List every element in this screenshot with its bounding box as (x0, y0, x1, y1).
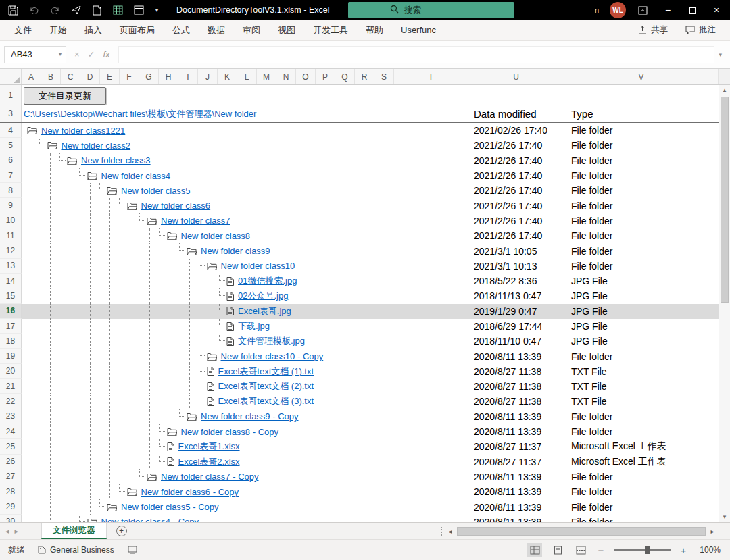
row-header[interactable]: 8 (0, 183, 22, 198)
save-button[interactable] (7, 3, 19, 18)
normal-view-button[interactable] (527, 543, 542, 557)
column-header-R[interactable]: R (355, 69, 374, 84)
tree-link[interactable]: Excel表哥1.xlsx (178, 440, 240, 453)
ribbon-tab-插入[interactable]: 插入 (76, 20, 111, 40)
scroll-up-icon[interactable]: ▴ (719, 85, 730, 95)
sheet-nav-left-icon[interactable]: ◂ (0, 527, 15, 536)
row-header[interactable]: 20 (0, 364, 22, 379)
zoom-slider[interactable] (614, 549, 671, 551)
tree-link[interactable]: New folder class6 (141, 201, 211, 211)
touch-mode-icon[interactable] (70, 3, 82, 18)
row-header[interactable]: 5 (0, 138, 22, 153)
row-header[interactable]: 7 (0, 168, 22, 183)
switch-windows-icon[interactable] (132, 3, 145, 18)
sheet-tab-active[interactable]: 文件浏览器 (41, 523, 107, 539)
row-header[interactable]: 17 (0, 319, 22, 334)
redo-button[interactable] (49, 3, 61, 18)
avatar[interactable]: WL (610, 2, 626, 18)
tree-link[interactable]: New folder class4 (101, 171, 171, 181)
name-box-dropdown-icon[interactable]: ▾ (59, 51, 62, 57)
tree-link[interactable]: New folder class10 (221, 261, 295, 271)
column-header-M[interactable]: M (257, 69, 276, 84)
column-header-B[interactable]: B (41, 69, 61, 84)
close-button[interactable]: × (704, 0, 729, 20)
column-header-E[interactable]: E (100, 69, 120, 84)
minimize-button[interactable]: − (656, 0, 680, 20)
column-header-Q[interactable]: Q (335, 69, 355, 84)
tree-link[interactable]: New folder class5 - Copy (121, 502, 219, 512)
ribbon-tab-开始[interactable]: 开始 (41, 20, 76, 40)
row-header[interactable]: 1 (0, 85, 22, 105)
tree-link[interactable]: New folder class7 (161, 215, 230, 226)
horizontal-scroll-thumb[interactable] (457, 527, 706, 536)
page-break-view-button[interactable] (573, 543, 588, 557)
undo-button[interactable] (28, 3, 40, 18)
tree-link[interactable]: 02公众号.jpg (238, 290, 288, 302)
zoom-slider-thumb[interactable] (645, 546, 650, 554)
row-header[interactable]: 26 (0, 455, 22, 469)
sensitivity-label[interactable]: General Business (38, 545, 114, 555)
tree-link[interactable]: New folder class4 - Copy (101, 517, 199, 522)
column-header-U[interactable]: U (468, 69, 564, 84)
search-box[interactable]: 搜索 (348, 2, 514, 18)
qat-customize-dropdown[interactable]: ▾ (153, 3, 160, 18)
column-header-A[interactable]: A (22, 69, 41, 84)
share-button[interactable]: 共享 (632, 22, 674, 39)
tree-link[interactable]: New folder class7 - Copy (161, 472, 259, 482)
tree-link[interactable]: New folder class3 (81, 155, 151, 166)
column-header-O[interactable]: O (296, 69, 316, 84)
hscroll-left-icon[interactable]: ◂ (445, 528, 456, 535)
ribbon-tab-帮助[interactable]: 帮助 (357, 20, 392, 40)
ribbon-tab-页面布局[interactable]: 页面布局 (111, 20, 164, 40)
grid-view-icon[interactable] (112, 3, 124, 18)
vertical-scroll-thumb[interactable] (721, 97, 729, 303)
update-directory-button[interactable]: 文件目录更新 (24, 87, 106, 105)
ribbon-tab-数据[interactable]: 数据 (199, 20, 234, 40)
row-header[interactable]: 30 (0, 515, 22, 522)
row-header[interactable]: 27 (0, 469, 22, 484)
row-header[interactable]: 6 (0, 153, 22, 168)
row-header[interactable]: 19 (0, 349, 22, 363)
horizontal-scrollbar[interactable]: ◂ ▸ (441, 525, 718, 537)
column-header-H[interactable]: H (159, 69, 178, 84)
comments-button[interactable]: 批注 (679, 22, 722, 39)
tree-link[interactable]: New folder class1221 (41, 126, 125, 136)
column-header-N[interactable]: N (276, 69, 296, 84)
column-header-V[interactable]: V (564, 69, 719, 84)
tree-link[interactable]: New folder class5 (121, 186, 191, 196)
tree-link[interactable]: Excel表哥text文档 (2).txt (218, 380, 314, 392)
row-header[interactable]: 23 (0, 409, 22, 424)
tree-link[interactable]: New folder class6 - Copy (141, 487, 239, 497)
maximize-button[interactable] (680, 0, 704, 20)
select-all-corner[interactable] (0, 69, 22, 84)
column-header-J[interactable]: J (198, 69, 218, 84)
hscroll-right-icon[interactable]: ▸ (707, 528, 718, 535)
row-header[interactable]: 16 (0, 304, 22, 319)
column-header-I[interactable]: I (178, 69, 198, 84)
row-header[interactable]: 12 (0, 243, 22, 258)
row-header[interactable]: 15 (0, 288, 22, 303)
new-document-icon[interactable] (91, 3, 103, 18)
tree-link[interactable]: Excel表哥2.xlsx (178, 456, 240, 468)
zoom-out-button[interactable]: − (596, 544, 606, 556)
row-header[interactable]: 28 (0, 484, 22, 499)
column-header-G[interactable]: G (139, 69, 159, 84)
path-link[interactable]: C:\Users\Desktop\Wechart files\模板\文件管理器\… (24, 108, 256, 120)
ribbon-display-options-icon[interactable] (637, 3, 649, 18)
zoom-in-button[interactable]: + (679, 544, 688, 556)
confirm-icon[interactable]: ✓ (88, 49, 95, 59)
tree-link[interactable]: 文件管理模板.jpg (238, 335, 305, 347)
vertical-scrollbar[interactable]: ▴ ▾ (719, 85, 730, 522)
column-header-L[interactable]: L (237, 69, 257, 84)
ribbon-tab-视图[interactable]: 视图 (269, 20, 304, 40)
row-header[interactable]: 21 (0, 379, 22, 394)
row-header[interactable]: 29 (0, 499, 22, 514)
tree-link[interactable]: Excel表哥text文档 (1).txt (218, 365, 314, 378)
row-header[interactable]: 3 (0, 105, 22, 122)
tree-link[interactable]: New folder class2 (62, 141, 131, 151)
row-header[interactable]: 14 (0, 274, 22, 288)
column-header-K[interactable]: K (218, 69, 237, 84)
name-box[interactable]: AB43 ▾ (4, 46, 66, 63)
ribbon-tab-审阅[interactable]: 审阅 (234, 20, 269, 40)
row-header[interactable]: 25 (0, 439, 22, 454)
